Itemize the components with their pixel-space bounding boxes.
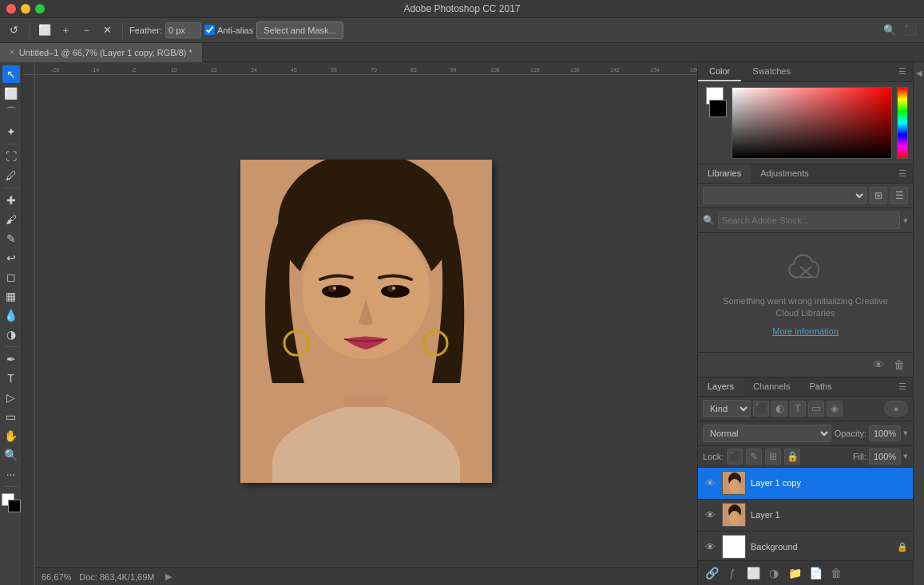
- tab-close-btn[interactable]: ×: [10, 48, 14, 57]
- blur-tool[interactable]: 💧: [2, 306, 20, 324]
- anti-alias-checkbox[interactable]: Anti-alias: [204, 25, 253, 35]
- maximize-button[interactable]: [35, 4, 45, 14]
- background-swatch[interactable]: [709, 100, 727, 117]
- more-info-link[interactable]: More information: [772, 326, 839, 336]
- layer-visibility-layer-1[interactable]: 👁: [703, 508, 717, 522]
- extra-tools[interactable]: ···: [2, 465, 20, 483]
- kind-filter-dropdown[interactable]: Kind: [703, 400, 751, 417]
- tab-libraries[interactable]: Libraries: [698, 164, 751, 183]
- pixel-filter-icon[interactable]: ⬛: [753, 401, 769, 417]
- opacity-input[interactable]: [869, 425, 901, 441]
- lasso-tool[interactable]: ⌒: [2, 104, 20, 121]
- link-layers-icon[interactable]: 🔗: [703, 564, 720, 582]
- tool-separator-2: [4, 188, 18, 188]
- grid-view-icon[interactable]: ⊞: [870, 187, 887, 204]
- app-title: Adobe Photoshop CC 2017: [403, 3, 520, 14]
- opacity-chevron[interactable]: ▾: [903, 428, 908, 438]
- add-adjustment-icon[interactable]: ◑: [765, 564, 783, 582]
- layer-item-background[interactable]: 👁 Background 🔒: [698, 532, 913, 560]
- statusbar-arrow[interactable]: ▶: [165, 571, 172, 582]
- shape-filter-icon[interactable]: ▭: [808, 401, 824, 417]
- move-tool[interactable]: ↖: [2, 65, 20, 83]
- anti-alias-check-input[interactable]: [204, 25, 215, 35]
- history-icon[interactable]: ↺: [5, 22, 22, 39]
- feather-input[interactable]: [165, 22, 201, 38]
- crop-tool[interactable]: ⛶: [2, 148, 20, 165]
- brush-tool[interactable]: 🖌: [2, 211, 20, 228]
- clone-tool[interactable]: ✎: [2, 230, 20, 247]
- search-icon[interactable]: 🔍: [881, 22, 898, 39]
- canvas-image[interactable]: [240, 160, 492, 483]
- toggle-filter-icon[interactable]: ●: [884, 401, 908, 417]
- marquee-tool[interactable]: ⬜: [2, 85, 20, 102]
- lock-position-icon[interactable]: ✎: [746, 449, 762, 464]
- tab-swatches[interactable]: Swatches: [741, 62, 802, 81]
- color-hue-bar[interactable]: [897, 87, 908, 159]
- path-select-tool[interactable]: ▷: [2, 389, 20, 406]
- tab-adjustments[interactable]: Adjustments: [751, 164, 819, 183]
- fill-chevron[interactable]: ▾: [903, 451, 908, 461]
- tab-channels[interactable]: Channels: [744, 377, 799, 396]
- type-tool[interactable]: T: [2, 370, 20, 387]
- add-layer-icon[interactable]: 📄: [807, 564, 824, 582]
- intersect-icon[interactable]: ✕: [98, 22, 116, 39]
- close-button[interactable]: [6, 4, 16, 14]
- lock-all-icon[interactable]: 🔒: [784, 449, 800, 464]
- color-panel-menu[interactable]: ☰: [892, 62, 913, 81]
- gradient-tool[interactable]: ▦: [2, 287, 20, 305]
- libraries-dropdown[interactable]: [703, 187, 866, 204]
- add-mask-icon[interactable]: ⬜: [744, 564, 762, 582]
- smart-filter-icon[interactable]: ◈: [827, 401, 843, 417]
- shape-tool[interactable]: ▭: [2, 408, 20, 425]
- tab-paths[interactable]: Paths: [800, 377, 842, 396]
- trash-icon[interactable]: 🗑: [890, 356, 908, 374]
- tab-color[interactable]: Color: [698, 62, 741, 81]
- eye-icon[interactable]: 👁: [870, 356, 887, 374]
- tab-layers[interactable]: Layers: [698, 377, 744, 396]
- window-arrange-icon[interactable]: ⬛: [902, 22, 919, 39]
- healing-tool[interactable]: ✚: [2, 192, 20, 209]
- background-color[interactable]: [8, 500, 21, 512]
- layer-item-layer-1-copy[interactable]: 👁 Layer 1 copy: [698, 468, 913, 500]
- svg-text:94: 94: [450, 67, 457, 73]
- svg-text:106: 106: [490, 67, 500, 73]
- quick-select-tool[interactable]: ✦: [2, 123, 20, 140]
- add-group-icon[interactable]: 📁: [786, 564, 803, 582]
- search-dropdown-icon[interactable]: ▾: [903, 215, 908, 226]
- color-panel: Color Swatches ☰: [698, 62, 913, 164]
- add-icon[interactable]: ＋: [57, 22, 74, 39]
- layer-visibility-layer-1-copy[interactable]: 👁: [703, 476, 717, 490]
- fill-input[interactable]: [869, 449, 901, 464]
- eraser-tool[interactable]: ◻: [2, 268, 20, 286]
- lock-pixels-icon[interactable]: ⬛: [727, 449, 743, 464]
- layer-visibility-background[interactable]: 👁: [703, 540, 717, 554]
- select-mask-button[interactable]: Select and Mask...: [256, 22, 343, 39]
- add-style-icon[interactable]: ƒ: [724, 564, 741, 582]
- lock-artboard-icon[interactable]: ⊞: [765, 449, 781, 464]
- dodge-tool[interactable]: ◑: [2, 326, 20, 343]
- pen-tool[interactable]: ✒: [2, 350, 20, 368]
- subtract-icon[interactable]: －: [77, 22, 95, 39]
- layer-item-layer-1[interactable]: 👁 Layer 1: [698, 500, 913, 532]
- history-brush-tool[interactable]: ↩: [2, 249, 20, 267]
- libraries-panel-menu[interactable]: ☰: [892, 164, 913, 183]
- zoom-tool[interactable]: 🔍: [2, 446, 20, 464]
- color-spectrum[interactable]: [732, 87, 892, 159]
- svg-text:-26: -26: [51, 67, 59, 73]
- main-area: ↖ ⬜ ⌒ ✦ ⛶ 🖊 ✚ 🖌 ✎ ↩ ◻ ▦ 💧 ◑ ✒ T ▷ ▭ ✋ 🔍 …: [0, 62, 924, 585]
- adjustment-filter-icon[interactable]: ◐: [771, 401, 787, 417]
- rect-marquee-icon[interactable]: ⬜: [36, 22, 54, 39]
- minimize-button[interactable]: [21, 4, 30, 14]
- hand-tool[interactable]: ✋: [2, 427, 20, 445]
- toolbar: ↺ ⬜ ＋ － ✕ Feather: Anti-alias Select and…: [0, 18, 924, 43]
- collapse-icon[interactable]: ◀: [916, 69, 922, 77]
- svg-text:46: 46: [291, 67, 297, 73]
- delete-layer-icon[interactable]: 🗑: [827, 564, 845, 582]
- layers-menu-icon[interactable]: ☰: [892, 377, 913, 396]
- list-view-icon[interactable]: ☰: [890, 187, 908, 204]
- eyedropper-tool[interactable]: 🖊: [2, 167, 20, 184]
- document-tab[interactable]: × Untitled–1 @ 66,7% (Layer 1 copy, RGB/…: [0, 43, 203, 62]
- blend-mode-dropdown[interactable]: Normal: [703, 425, 831, 442]
- type-filter-icon[interactable]: T: [790, 401, 806, 417]
- libraries-search-input[interactable]: [718, 211, 900, 229]
